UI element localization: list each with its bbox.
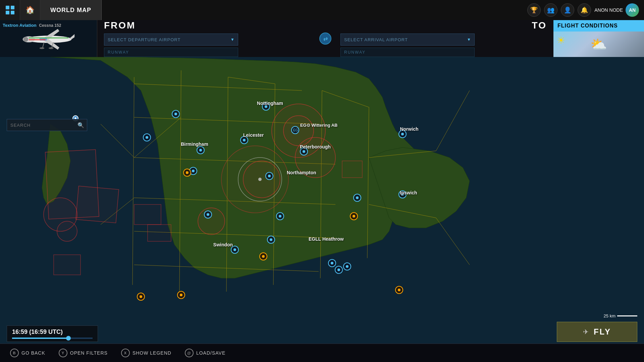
svg-point-67 (192, 170, 195, 172)
go-back-icon: B (10, 349, 19, 357)
svg-text:Birmingham: Birmingham (181, 141, 208, 147)
trophy-icon[interactable]: 🏆 (527, 3, 541, 17)
svg-point-83 (337, 268, 340, 271)
from-section: FROM SELECT DEPARTURE AIRPORT ▼ RUNWAY (97, 20, 317, 57)
svg-text:Norwich: Norwich (400, 126, 418, 132)
flight-conditions: FLIGHT CONDITIONS ☀ ⛅ (553, 20, 644, 57)
fly-button[interactable]: ✈ FLY (557, 322, 637, 342)
load-save-button[interactable]: @ LOAD/SAVE (185, 349, 225, 357)
from-label: FROM (104, 20, 310, 31)
svg-text:EG: EG (293, 128, 298, 132)
svg-text:Peterborough: Peterborough (300, 144, 331, 149)
go-back-button[interactable]: B GO BACK (10, 349, 45, 357)
user-avatar[interactable]: AN (626, 3, 639, 17)
svg-point-59 (268, 175, 271, 177)
time-slider-track (12, 338, 93, 339)
people-icon[interactable]: 👥 (544, 3, 557, 17)
aircraft-image (15, 23, 82, 54)
cloud-icon: ⛅ (590, 37, 607, 52)
open-filters-icon: Y (59, 349, 67, 357)
svg-text:EG⊙ Wittering AB: EG⊙ Wittering AB (300, 123, 338, 128)
departure-runway: RUNWAY (104, 48, 238, 57)
aircraft-preview: Textron Aviation Cessna 152 (0, 20, 97, 57)
arrival-airport-select[interactable]: SELECT ARRIVAL AIRPORT ▼ (340, 34, 475, 46)
svg-point-7 (23, 37, 28, 42)
svg-point-10 (39, 47, 44, 49)
open-filters-button[interactable]: Y OPEN FILTERS (59, 349, 108, 357)
logo-button[interactable] (0, 0, 20, 20)
fly-label: FLY (594, 327, 611, 337)
time-slider[interactable] (12, 338, 93, 339)
svg-point-90 (140, 295, 142, 298)
svg-point-57 (303, 150, 305, 153)
departure-placeholder: SELECT DEPARTURE AIRPORT (108, 37, 180, 42)
svg-rect-43 (45, 149, 99, 219)
topbar-right: 🏆 👥 👤 🔔 ANON NODE AN (527, 3, 644, 17)
sun-icon: ☀ (557, 35, 565, 46)
time-bar: 16:59 (16:59 UTC) (7, 325, 98, 342)
scale-label: 25 km (604, 313, 615, 318)
search-icon[interactable]: 🔍 (75, 119, 87, 131)
svg-point-41 (57, 221, 77, 241)
svg-rect-46 (54, 255, 80, 275)
topbar: 🏠 WORLD MAP 🏆 👥 👤 🔔 ANON NODE AN (0, 0, 644, 20)
arrival-dropdown-arrow: ▼ (467, 37, 471, 42)
svg-point-96 (262, 255, 265, 258)
fly-icon: ✈ (583, 328, 589, 336)
svg-point-55 (243, 139, 246, 141)
svg-point-49 (258, 178, 262, 181)
svg-point-53 (199, 149, 202, 152)
svg-rect-0 (6, 6, 9, 9)
time-slider-thumb[interactable] (66, 336, 71, 341)
svg-point-77 (233, 248, 236, 251)
map[interactable]: ! EG Nottingham Birmingham L (0, 57, 644, 362)
svg-point-92 (180, 294, 182, 296)
to-section: TO SELECT ARRIVAL AIRPORT ▼ RUNWAY (334, 20, 553, 57)
svg-rect-44 (134, 204, 161, 225)
search-bar: 🔍 (7, 119, 87, 131)
load-save-icon: @ (185, 349, 194, 357)
svg-point-85 (346, 265, 348, 268)
svg-text:Nottingham: Nottingham (257, 101, 283, 106)
svg-point-75 (279, 215, 281, 218)
notification-icon[interactable]: 🔔 (578, 3, 591, 17)
user-section: ANON NODE AN (594, 3, 639, 17)
time-display: 16:59 (16:59 UTC) (12, 328, 93, 336)
username: ANON NODE (594, 7, 623, 13)
swap-section: ⇄ (317, 20, 334, 57)
svg-point-81 (331, 262, 333, 264)
search-input[interactable] (7, 123, 75, 128)
search-input-wrap: 🔍 (7, 119, 87, 131)
departure-airport-select[interactable]: SELECT DEPARTURE AIRPORT ▼ (104, 34, 238, 46)
scale-line (617, 315, 637, 316)
svg-point-73 (207, 213, 209, 216)
weather-preview[interactable]: ☀ ⛅ (553, 32, 644, 57)
england-map-svg: ! EG Nottingham Birmingham L (0, 57, 644, 362)
arrival-placeholder: SELECT ARRIVAL AIRPORT (344, 37, 408, 42)
svg-point-94 (398, 289, 400, 291)
show-legend-button[interactable]: X SHOW LEGEND (121, 349, 171, 357)
swap-button[interactable]: ⇄ (319, 33, 331, 45)
to-label: TO (340, 20, 547, 31)
svg-point-39 (221, 146, 288, 213)
svg-rect-1 (11, 6, 14, 9)
svg-point-38 (198, 208, 225, 235)
svg-text:Swindon: Swindon (213, 242, 233, 247)
profile-icon[interactable]: 👤 (561, 3, 574, 17)
svg-text:Leicester: Leicester (243, 132, 264, 138)
to-inputs: SELECT ARRIVAL AIRPORT ▼ RUNWAY (340, 34, 547, 57)
page-title: WORLD MAP (40, 0, 102, 20)
flight-panel: Textron Aviation Cessna 152 (0, 20, 644, 57)
svg-text:Ipswich: Ipswich (400, 190, 417, 195)
map-scale: 25 km (604, 313, 637, 318)
arrival-runway: RUNWAY (340, 48, 475, 57)
svg-point-11 (49, 47, 54, 49)
svg-text:!: ! (186, 171, 187, 175)
home-button[interactable]: 🏠 (20, 0, 40, 20)
svg-line-8 (42, 42, 44, 48)
svg-rect-47 (342, 161, 362, 178)
svg-point-79 (270, 238, 272, 241)
bottom-bar: B GO BACK Y OPEN FILTERS X SHOW LEGEND @… (0, 344, 644, 362)
svg-point-98 (353, 215, 355, 218)
time-slider-fill (12, 338, 68, 339)
